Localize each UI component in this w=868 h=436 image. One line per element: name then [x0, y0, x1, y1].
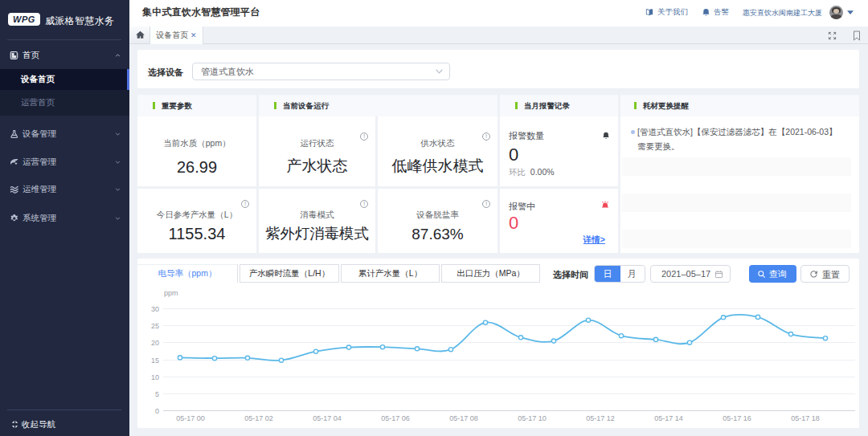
svg-text:25: 25: [151, 322, 159, 330]
svg-text:05-17 06: 05-17 06: [381, 414, 410, 422]
svg-text:05-17 14: 05-17 14: [654, 414, 683, 422]
svg-text:0: 0: [155, 407, 159, 415]
svg-text:05-17 12: 05-17 12: [586, 414, 615, 422]
svg-text:05-17 00: 05-17 00: [176, 414, 205, 422]
svg-text:05-17 10: 05-17 10: [518, 414, 547, 422]
svg-text:05-17 08: 05-17 08: [449, 414, 478, 422]
svg-text:05-17 02: 05-17 02: [244, 414, 273, 422]
svg-text:05-17 16: 05-17 16: [723, 414, 751, 422]
svg-text:20: 20: [151, 339, 159, 347]
svg-text:05-17 18: 05-17 18: [791, 414, 820, 422]
svg-text:ppm: ppm: [164, 289, 178, 297]
svg-text:05-17 04: 05-17 04: [313, 414, 342, 422]
svg-text:30: 30: [151, 305, 159, 313]
svg-text:5: 5: [155, 390, 159, 398]
svg-text:15: 15: [151, 357, 159, 365]
svg-text:10: 10: [151, 373, 159, 381]
